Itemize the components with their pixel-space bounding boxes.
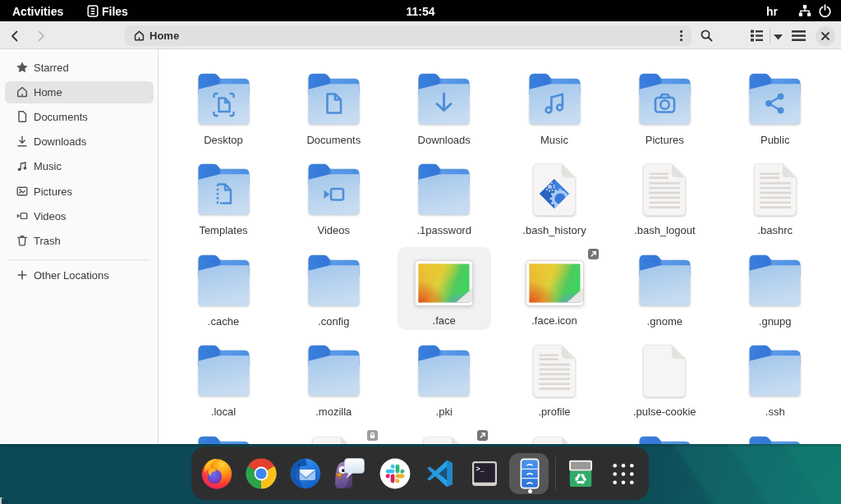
svg-text:_: _	[480, 465, 485, 474]
